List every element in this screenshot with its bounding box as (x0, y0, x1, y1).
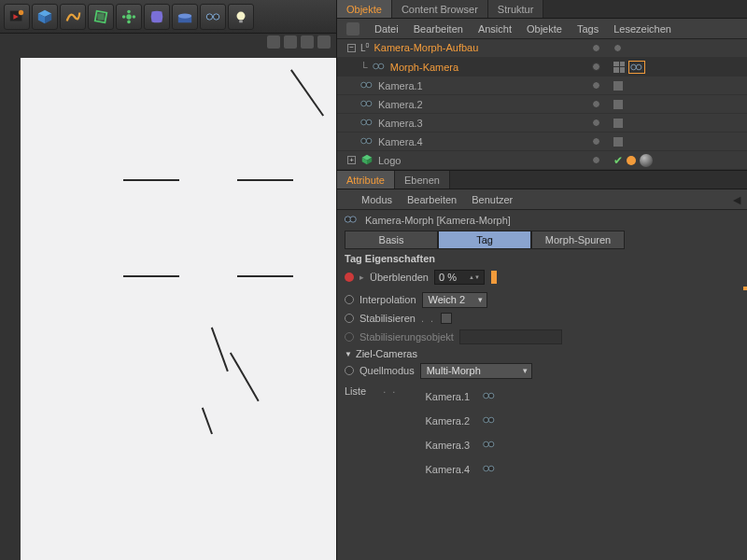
list-item[interactable]: Kamera.2 (414, 412, 507, 430)
keyframe-dot-icon[interactable] (345, 332, 354, 342)
tab-structure[interactable]: Struktur (488, 0, 544, 18)
tab-basis[interactable]: Basis (345, 231, 438, 249)
menu-tags[interactable]: Tags (577, 23, 599, 35)
attribute-title: Kamera-Morph [Kamera-Morph] (365, 215, 511, 226)
tree-row-root[interactable]: − L0 Kamera-Morph-Aufbau (337, 39, 747, 58)
material-tag-icon[interactable] (640, 154, 653, 167)
section-target-cameras[interactable]: ▼ Ziel-Cameras (337, 346, 747, 361)
keyframe-dot-icon[interactable] (345, 273, 354, 282)
menu-file[interactable]: Datei (374, 23, 399, 35)
cloner-tool-icon[interactable] (116, 4, 142, 30)
stabilize-checkbox[interactable] (441, 313, 452, 324)
viewport-target-icon[interactable] (613, 62, 625, 73)
deformer-tool-icon[interactable] (144, 4, 170, 30)
svg-rect-18 (239, 20, 243, 22)
attribute-manager: Attribute Ebenen Modus Bearbeiten Benutz… (337, 170, 747, 560)
slider-caret-icon[interactable] (491, 271, 497, 284)
spline-tool-icon[interactable] (60, 4, 86, 30)
tree-label: Kamera.1 (378, 80, 423, 91)
menu-toggle-icon[interactable] (346, 22, 359, 35)
interp-dropdown[interactable]: Weich 2 (422, 292, 487, 308)
tree-label: Logo (378, 155, 401, 166)
svg-point-24 (366, 82, 372, 88)
viewport-target-icon[interactable] (613, 119, 623, 128)
tree-row-kamera4[interactable]: Kamera.4 (337, 133, 747, 151)
menu-view[interactable]: Ansicht (478, 23, 512, 35)
environment-tool-icon[interactable] (172, 4, 198, 30)
svg-point-23 (361, 82, 367, 88)
svg-point-15 (206, 13, 212, 19)
menu-bookmarks[interactable]: Lesezeichen (613, 23, 671, 35)
tag-icon[interactable] (627, 156, 636, 165)
source-mode-dropdown[interactable]: Multi-Morph (420, 363, 532, 379)
list-label: Liste (345, 384, 366, 483)
menu-edit[interactable]: Bearbeiten (414, 23, 463, 35)
svg-point-35 (350, 217, 356, 222)
camera-morph-icon (345, 214, 358, 227)
camera-icon (483, 414, 496, 427)
anim-arrow-icon[interactable]: ▸ (359, 273, 364, 282)
stabilize-label: Stabilisieren (359, 313, 416, 324)
keyframe-dot-icon[interactable] (345, 366, 354, 375)
tree-row-logo[interactable]: + Logo ✔ (337, 151, 747, 170)
prop-stabilize-object: Stabilisierungsobjekt (337, 328, 747, 346)
keyframe-dot-icon[interactable] (345, 314, 354, 323)
svg-point-41 (488, 441, 494, 447)
viewport-target-icon[interactable] (613, 81, 623, 91)
blend-input[interactable]: 0 % ▲▼ (434, 270, 485, 285)
tree-row-kamera3[interactable]: Kamera.3 (337, 114, 747, 133)
attr-menu-edit[interactable]: Bearbeiten (407, 194, 457, 205)
tree-label: Kamera-Morph-Aufbau (374, 42, 478, 53)
camera-icon (483, 390, 496, 403)
attr-menu-mode[interactable]: Modus (361, 194, 392, 205)
camera-morph-tag-icon[interactable] (628, 61, 645, 74)
list-item[interactable]: Kamera.4 (414, 460, 507, 479)
expand-icon[interactable]: − (347, 44, 356, 52)
list-item[interactable]: Kamera.3 (414, 436, 507, 455)
tab-layers[interactable]: Ebenen (395, 171, 450, 189)
expand-icon[interactable]: + (347, 156, 356, 164)
menu-objects[interactable]: Objekte (527, 23, 562, 35)
manager-tabs: Objekte Content Browser Struktur (337, 0, 747, 19)
viewport-target-icon[interactable] (613, 100, 623, 109)
tree-row-kamera1[interactable]: Kamera.1 (337, 77, 747, 95)
tab-objects[interactable]: Objekte (337, 0, 392, 18)
svg-point-11 (122, 15, 126, 19)
tab-tag[interactable]: Tag (438, 231, 531, 249)
history-arrows-icon[interactable]: ◄ (730, 192, 743, 207)
svg-point-22 (636, 64, 641, 70)
viewport-container (0, 34, 336, 560)
tree-row-morph-kamera[interactable]: └ Morph-Kamera (337, 58, 747, 77)
tab-attribute[interactable]: Attribute (337, 171, 395, 189)
attr-menu-user[interactable]: Benutzer (472, 194, 513, 205)
blend-value: 0 % (439, 272, 457, 283)
camera-list-well[interactable]: Kamera.1 Kamera.2 Kamera.3 Kamera.4 (414, 384, 507, 483)
viewport[interactable] (21, 58, 336, 560)
tree-label: Kamera.4 (378, 136, 423, 147)
stabobj-field[interactable] (459, 329, 562, 344)
disclosure-triangle-icon[interactable]: ▼ (345, 350, 352, 358)
list-item[interactable]: Kamera.1 (414, 387, 507, 406)
viewport-target-icon[interactable] (613, 137, 623, 147)
tree-label: Kamera.2 (378, 99, 423, 110)
object-tree[interactable]: − L0 Kamera-Morph-Aufbau └ Morph-Kamera … (337, 39, 747, 170)
attribute-header: Kamera-Morph [Kamera-Morph] (337, 210, 747, 231)
tab-morph-spuren[interactable]: Morph-Spuren (531, 231, 625, 249)
record-tool-icon[interactable] (4, 4, 30, 30)
camera-icon (373, 61, 386, 74)
camera-tool-icon[interactable] (200, 4, 226, 30)
svg-point-37 (488, 393, 494, 399)
generator-tool-icon[interactable] (88, 4, 114, 30)
cube-tool-icon[interactable] (32, 4, 58, 30)
spinner-icon[interactable]: ▲▼ (469, 274, 480, 280)
camera-icon (360, 98, 374, 111)
tree-label: Kamera.3 (378, 118, 423, 129)
light-tool-icon[interactable] (228, 4, 254, 30)
tab-content-browser[interactable]: Content Browser (392, 0, 488, 18)
keyframe-dot-icon[interactable] (345, 295, 354, 304)
enable-check-icon[interactable]: ✔ (613, 154, 623, 167)
tree-row-kamera2[interactable]: Kamera.2 (337, 95, 747, 114)
viewport-nav-icons[interactable] (267, 35, 331, 49)
object-manager-menu: Datei Bearbeiten Ansicht Objekte Tags Le… (337, 19, 747, 39)
camera-icon (483, 439, 496, 452)
